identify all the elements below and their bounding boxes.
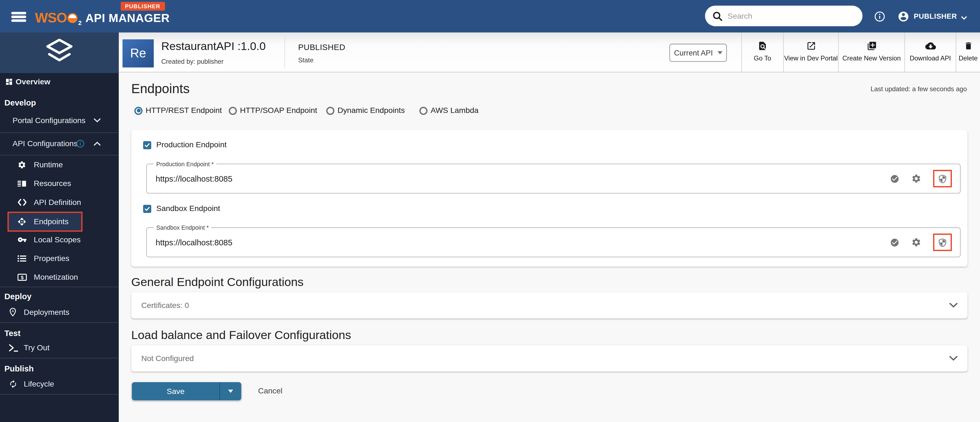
go-to-button[interactable]: Go To	[741, 32, 783, 72]
certificates-accordion[interactable]: Certificates: 0	[131, 292, 967, 319]
cloud-download-icon	[925, 41, 936, 51]
sidebar-item-lifecycle[interactable]: Lifecycle	[0, 376, 118, 391]
endpoint-valid-check-icon[interactable]	[890, 174, 899, 183]
radio-http-rest-endpoint[interactable]: HTTP/REST Endpoint	[134, 106, 222, 115]
production-endpoint-checkbox[interactable]: Production Endpoint	[143, 140, 227, 149]
last-updated-text: Last updated: a few seconds ago	[870, 85, 967, 92]
layers-icon	[45, 38, 74, 67]
resources-icon	[18, 179, 26, 187]
divider	[0, 358, 118, 358]
sidebar: Overview Develop Portal Configurations A…	[0, 32, 119, 422]
version-select[interactable]: Current API	[669, 44, 727, 62]
sandbox-endpoint-input[interactable]	[156, 228, 874, 257]
sidebar-item-runtime[interactable]: Runtime	[0, 157, 118, 173]
radio-icon	[134, 106, 143, 115]
endpoint-security-shield-icon[interactable]	[938, 174, 947, 183]
document-search-icon	[757, 41, 767, 51]
sidebar-item-endpoints[interactable]: Endpoints	[0, 214, 118, 229]
load-balance-accordion[interactable]: Not Configured	[131, 345, 967, 371]
chevron-down-icon	[950, 356, 958, 361]
open-in-new-icon	[806, 41, 816, 51]
endpoint-valid-check-icon[interactable]	[890, 238, 899, 247]
delete-button[interactable]: Delete	[956, 32, 980, 72]
cancel-button[interactable]: Cancel	[253, 382, 288, 400]
radio-aws-lambda[interactable]: AWS Lambda	[419, 106, 479, 115]
sidebar-section-publish: Publish	[5, 362, 117, 376]
api-title-bar: Re RestaurantAPI :1.0.0 Created by: publ…	[119, 32, 980, 72]
endpoints-icon	[18, 217, 26, 226]
radio-dynamic-endpoints[interactable]: Dynamic Endpoints	[326, 106, 405, 115]
user-menu[interactable]: PUBLISHER	[897, 10, 967, 22]
view-in-dev-portal-button[interactable]: View in Dev Portal	[783, 32, 838, 72]
load-balance-heading: Load balance and Failover Configurations	[131, 328, 351, 342]
endpoints-page: Endpoints Last updated: a few seconds ag…	[119, 73, 980, 422]
wso-logo-text: WSO	[35, 10, 67, 26]
certificates-summary: Certificates: 0	[142, 301, 189, 310]
sidebar-item-resources[interactable]: Resources	[0, 176, 118, 191]
chevron-up-icon	[94, 141, 101, 146]
sidebar-item-properties[interactable]: Properties	[0, 251, 118, 266]
divider	[0, 132, 118, 133]
api-title: RestaurantAPI :1.0.0	[161, 40, 266, 53]
production-endpoint-input[interactable]	[156, 164, 874, 193]
sidebar-item-api-configurations[interactable]: API Configurations	[0, 136, 118, 151]
sandbox-endpoint-field: Sandbox Endpoint *	[146, 227, 961, 257]
endpoints-card: Production Endpoint Production Endpoint …	[131, 130, 967, 267]
sidebar-section-deploy: Deploy	[5, 290, 117, 304]
publisher-badge: PUBLISHER	[121, 2, 165, 11]
checkbox-checked-icon	[143, 141, 151, 149]
load-balance-summary: Not Configured	[142, 354, 194, 363]
info-icon[interactable]	[76, 140, 84, 148]
sidebar-item-portal-configurations[interactable]: Portal Configurations	[0, 113, 118, 128]
publisher-app: WSO 2 API MANAGER PUBLISHER PUBLISHER R	[0, 0, 980, 422]
divider	[0, 155, 118, 155]
create-new-version-button[interactable]: Create New Version	[838, 32, 904, 72]
dashboard-icon	[5, 78, 13, 86]
wso-logo-circle-icon	[68, 13, 78, 23]
checkbox-checked-icon	[143, 205, 151, 213]
svg-text:$: $	[21, 275, 24, 280]
copy-add-icon	[866, 41, 877, 51]
api-avatar: Re	[123, 39, 154, 67]
sidebar-logo-panel	[0, 32, 119, 73]
save-split-button: Save	[132, 382, 242, 400]
sidebar-item-overview[interactable]: Overview	[0, 74, 118, 89]
sidebar-item-local-scopes[interactable]: Local Scopes	[0, 232, 118, 247]
caret-down-icon	[228, 390, 233, 393]
search-input[interactable]	[727, 11, 853, 20]
user-menu-label: PUBLISHER	[914, 13, 957, 20]
sidebar-item-try-out[interactable]: Try Out	[0, 340, 118, 355]
api-actions: Go To View in Dev Portal Create New Vers…	[741, 32, 980, 72]
brand-logo[interactable]: WSO 2 API MANAGER	[35, 10, 170, 26]
save-options-dropdown-button[interactable]	[220, 382, 241, 400]
radio-http-soap-endpoint[interactable]: HTTP/SOAP Endpoint	[229, 106, 317, 115]
trash-icon	[964, 41, 973, 51]
sidebar-item-deployments[interactable]: Deployments	[0, 305, 118, 319]
security-highlight-annotation	[933, 170, 952, 187]
hamburger-menu-icon[interactable]	[11, 12, 26, 23]
gear-icon	[18, 160, 26, 169]
endpoint-settings-gear-icon[interactable]	[911, 237, 921, 247]
endpoint-settings-gear-icon[interactable]	[911, 174, 921, 184]
bullet-list-icon	[18, 254, 26, 262]
version-select-value: Current API	[674, 48, 713, 57]
divider	[284, 36, 285, 68]
help-info-icon[interactable]	[874, 11, 885, 22]
chevron-down-icon	[950, 303, 958, 308]
sidebar-section-develop: Develop	[5, 96, 117, 110]
divider	[0, 287, 118, 287]
sandbox-endpoint-checkbox[interactable]: Sandbox Endpoint	[143, 204, 220, 213]
api-state-caption: State	[298, 56, 313, 64]
endpoint-security-shield-icon[interactable]	[938, 238, 947, 247]
download-api-button[interactable]: Download API	[904, 32, 956, 72]
search-box[interactable]	[705, 5, 862, 26]
money-icon: $	[18, 273, 27, 281]
code-icon	[18, 198, 27, 206]
avatar	[897, 10, 909, 22]
sidebar-item-monetization[interactable]: $ Monetization	[0, 270, 118, 285]
save-button[interactable]: Save	[132, 382, 220, 400]
radio-icon	[326, 106, 334, 115]
sidebar-item-api-definition[interactable]: API Definition	[0, 195, 118, 209]
product-name: API MANAGER	[86, 11, 170, 25]
terminal-icon	[9, 344, 18, 352]
